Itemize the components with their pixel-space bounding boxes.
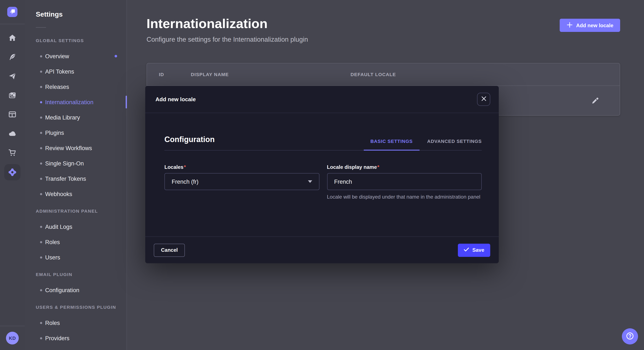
sidebar-item-admin-roles[interactable]: Roles xyxy=(25,234,126,250)
settings-active-background xyxy=(4,164,20,180)
sidebar-item-single-sign-on[interactable]: Single Sign-On xyxy=(25,156,126,171)
bullet-icon xyxy=(40,116,42,118)
sidebar-item-internationalization[interactable]: Internationalization xyxy=(25,94,126,110)
sidebar-item-media-library[interactable]: Media Library xyxy=(25,110,126,125)
modal-body: Configuration BASIC SETTINGS ADVANCED SE… xyxy=(145,113,499,201)
bullet-icon xyxy=(40,86,42,88)
workspace-switcher[interactable] xyxy=(0,0,25,24)
icon-rail: KD xyxy=(0,0,25,350)
section-label-users-permissions-plugin: USERS & PERMISSIONS PLUGIN xyxy=(36,305,126,310)
bullet-icon xyxy=(40,289,42,291)
page-header: Internationalization Configure the setti… xyxy=(146,16,308,43)
settings-tabs: BASIC SETTINGS ADVANCED SETTINGS xyxy=(370,139,482,150)
table-header-row: ID DISPLAY NAME DEFAULT LOCALE xyxy=(147,63,620,86)
app-window: KD Settings GLOBAL SETTINGS Overview API… xyxy=(0,0,644,350)
paper-plane-icon xyxy=(8,72,16,80)
locale-form: Locales French (fr) Locale display name … xyxy=(164,165,482,201)
locales-label: Locales xyxy=(164,165,319,170)
display-name-input[interactable] xyxy=(327,173,482,190)
locales-select[interactable]: French (fr) xyxy=(164,173,319,190)
column-header-display-name: DISPLAY NAME xyxy=(191,63,229,85)
plus-icon xyxy=(566,21,573,29)
rail-footer: KD xyxy=(0,326,25,350)
media-library-nav[interactable] xyxy=(0,85,25,105)
content-builder-nav[interactable] xyxy=(0,47,25,66)
display-name-label: Locale display name xyxy=(327,165,482,170)
bullet-icon xyxy=(40,101,42,103)
bullet-icon xyxy=(40,177,42,180)
rail-nav xyxy=(0,24,25,182)
user-avatar[interactable]: KD xyxy=(6,332,19,345)
content-manager-nav[interactable] xyxy=(0,105,25,124)
title-divider xyxy=(36,27,46,28)
configuration-title: Configuration xyxy=(164,135,215,150)
display-name-field: Locale display name Locale will be displ… xyxy=(327,165,482,201)
locales-field: Locales French (fr) xyxy=(164,165,319,201)
display-name-hint: Locale will be displayed under that name… xyxy=(327,193,482,201)
modal-header: Add new locale xyxy=(145,86,499,113)
close-icon xyxy=(481,96,486,103)
marketplace-nav[interactable] xyxy=(0,143,25,162)
cancel-button[interactable]: Cancel xyxy=(154,243,185,257)
bullet-icon xyxy=(40,70,42,72)
save-button[interactable]: Save xyxy=(458,243,490,257)
sidebar-item-webhooks[interactable]: Webhooks xyxy=(25,186,126,201)
bullet-icon xyxy=(40,337,42,339)
layout-icon xyxy=(8,110,16,118)
column-header-id: ID xyxy=(159,63,164,85)
modal-title: Add new locale xyxy=(156,96,196,103)
sidebar-item-transfer-tokens[interactable]: Transfer Tokens xyxy=(25,171,126,186)
help-button[interactable] xyxy=(622,328,638,345)
sidebar-item-review-workflows[interactable]: Review Workflows xyxy=(25,140,126,156)
home-nav[interactable] xyxy=(0,28,25,47)
cart-icon xyxy=(8,148,16,157)
sidebar-item-overview[interactable]: Overview xyxy=(25,48,126,64)
sidebar-title: Settings xyxy=(36,10,126,19)
releases-nav[interactable] xyxy=(0,66,25,85)
page-title: Internationalization xyxy=(146,16,308,31)
bullet-icon xyxy=(40,132,42,134)
bullet-icon xyxy=(40,226,42,228)
settings-nav[interactable] xyxy=(0,162,25,182)
column-header-default-locale: DEFAULT LOCALE xyxy=(350,63,396,85)
strapi-logo-icon xyxy=(7,7,18,17)
section-label-administration-panel: ADMINISTRATION PANEL xyxy=(36,208,126,214)
tab-advanced-settings[interactable]: ADVANCED SETTINGS xyxy=(427,139,482,150)
feather-icon xyxy=(8,52,16,61)
gear-icon xyxy=(8,168,17,177)
sidebar-item-admin-users[interactable]: Users xyxy=(25,250,126,265)
add-locale-modal: Add new locale Configuration BASIC SETTI… xyxy=(145,86,499,263)
sidebar-item-api-tokens[interactable]: API Tokens xyxy=(25,64,126,79)
edit-locale-button[interactable] xyxy=(591,97,599,105)
chevron-down-icon xyxy=(308,180,312,183)
sidebar-item-audit-logs[interactable]: Audit Logs xyxy=(25,219,126,234)
question-mark-icon xyxy=(626,332,634,341)
bullet-icon xyxy=(40,193,42,195)
section-label-global-settings: GLOBAL SETTINGS xyxy=(36,38,126,43)
images-icon xyxy=(8,91,16,99)
cloud-icon xyxy=(8,129,16,138)
configuration-section-head: Configuration BASIC SETTINGS ADVANCED SE… xyxy=(164,113,482,151)
sidebar-item-up-providers[interactable]: Providers xyxy=(25,331,126,346)
pencil-icon xyxy=(591,100,599,106)
page-subtitle: Configure the settings for the Internati… xyxy=(146,36,308,43)
notification-dot xyxy=(114,55,117,57)
home-icon xyxy=(8,33,16,42)
sidebar-item-plugins[interactable]: Plugins xyxy=(25,125,126,140)
bullet-icon xyxy=(40,256,42,258)
locales-select-value: French (fr) xyxy=(172,178,198,185)
tab-basic-settings[interactable]: BASIC SETTINGS xyxy=(370,139,413,150)
settings-sidebar: Settings GLOBAL SETTINGS Overview API To… xyxy=(25,0,127,350)
bullet-icon xyxy=(40,55,42,57)
check-icon xyxy=(464,247,469,253)
bullet-icon xyxy=(40,241,42,243)
sidebar-item-email-configuration[interactable]: Configuration xyxy=(25,282,126,298)
sidebar-item-releases[interactable]: Releases xyxy=(25,79,126,94)
bullet-icon xyxy=(40,162,42,164)
add-new-locale-button[interactable]: Add new locale xyxy=(560,19,620,32)
close-modal-button[interactable] xyxy=(477,93,490,106)
sidebar-item-up-roles[interactable]: Roles xyxy=(25,315,126,331)
section-label-email-plugin: EMAIL PLUGIN xyxy=(36,272,126,277)
modal-footer: Cancel Save xyxy=(145,236,499,263)
deploy-nav[interactable] xyxy=(0,124,25,143)
